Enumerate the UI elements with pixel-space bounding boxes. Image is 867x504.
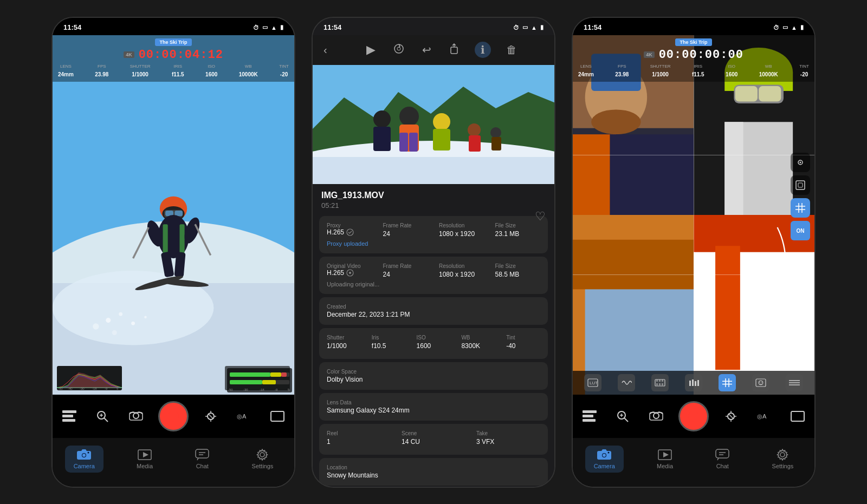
clip-list-button-r[interactable] <box>579 405 600 427</box>
svg-rect-114 <box>573 239 694 289</box>
svg-rect-151 <box>583 410 597 413</box>
nav-settings-right[interactable]: Settings <box>764 446 803 473</box>
svg-point-166 <box>608 451 610 453</box>
scene-value: 14 CU <box>402 438 420 446</box>
svg-rect-135 <box>662 383 663 385</box>
svg-point-100 <box>591 109 641 134</box>
svg-rect-134 <box>659 383 661 385</box>
svg-rect-43 <box>230 380 262 384</box>
ratio-button-r[interactable] <box>787 405 808 427</box>
cam-tint: -40 <box>506 342 515 350</box>
camera-nav-icon-left <box>76 449 92 461</box>
exposure-button[interactable] <box>200 405 222 427</box>
wifi-icon-c: ▲ <box>531 24 537 31</box>
nav-camera-right[interactable]: Camera <box>585 446 624 473</box>
svg-rect-131 <box>659 379 661 382</box>
nav-label-media-right: Media <box>657 463 673 469</box>
battery-icon-r: ▭ <box>782 24 788 31</box>
nav-chat-left[interactable]: Chat <box>186 446 218 473</box>
share-button[interactable] <box>447 41 462 60</box>
record-button-right[interactable] <box>678 401 709 431</box>
project-badge-left: The Ski Trip <box>155 38 191 46</box>
svg-rect-82 <box>409 133 418 152</box>
svg-rect-10 <box>163 224 168 255</box>
svg-point-85 <box>433 113 450 130</box>
lens-data: Samsung Galaxy S24 24mm <box>327 407 540 414</box>
svg-rect-88 <box>469 135 481 152</box>
file-name: IMG_1913.MOV <box>321 191 546 200</box>
ratio-button[interactable] <box>267 405 288 427</box>
cam-iris: f10.5 <box>372 342 386 350</box>
svg-rect-50 <box>62 410 76 413</box>
battery-icon: ▭ <box>262 24 268 31</box>
delete-button[interactable]: 🗑 <box>504 42 519 58</box>
svg-rect-133 <box>656 383 658 385</box>
face-btn[interactable] <box>752 374 769 391</box>
signal-icon: ▮ <box>280 24 283 31</box>
zoom-button-r[interactable] <box>612 405 633 427</box>
switch-camera-button[interactable] <box>125 405 147 427</box>
status-bar-left: 11:54 ⏱ ▭ ▲ ▮ <box>53 18 294 35</box>
grid-tool-btn-active[interactable] <box>719 374 736 391</box>
info-button[interactable]: ℹ <box>475 42 491 58</box>
heart-button[interactable]: ♡ <box>535 210 546 224</box>
bottom-nav-right: Camera Media Chat Settings <box>573 438 814 487</box>
lut-btn[interactable]: LUT <box>584 374 601 391</box>
svg-rect-51 <box>62 415 73 417</box>
svg-rect-39 <box>230 372 270 377</box>
sync-button[interactable] <box>391 41 407 60</box>
signal-icon-c: ▮ <box>540 24 544 31</box>
signal-icon-r: ▮ <box>800 24 804 31</box>
svg-rect-162 <box>791 411 804 421</box>
phone-camera-right: 11:54 ⏱ ▭ ▲ ▮ <box>572 17 816 488</box>
play-button[interactable]: ▶ <box>364 41 378 59</box>
clip-list-button[interactable] <box>59 405 80 427</box>
media-nav-icon-left <box>137 449 152 461</box>
bars-btn[interactable] <box>685 374 702 391</box>
svg-rect-84 <box>373 127 391 151</box>
lens-data-card: Lens Data Samsung Galaxy S24 24mm <box>319 393 548 421</box>
chat-nav-icon-left <box>195 449 210 461</box>
film-btn[interactable] <box>651 374 669 391</box>
nav-settings-left[interactable]: Settings <box>243 446 282 473</box>
svg-rect-11 <box>179 224 184 255</box>
exposure-button-r[interactable] <box>720 405 742 427</box>
focus-overlay-btn[interactable] <box>791 153 810 172</box>
lines-btn[interactable] <box>786 374 803 391</box>
back-button[interactable]: ‹ <box>321 42 329 58</box>
record-button-left[interactable] <box>158 401 189 431</box>
clock-icon-r: ⏱ <box>773 24 779 31</box>
nav-camera-left[interactable]: Camera <box>65 446 103 473</box>
nav-label-settings-left: Settings <box>252 463 274 469</box>
file-info-header: IMG_1913.MOV 05:21 ♡ <box>313 184 554 213</box>
svg-rect-41 <box>281 372 287 377</box>
wave-btn[interactable] <box>618 374 635 391</box>
camera-viewfinder-left: The Ski Trip 4K 00:00:04:12 LENS24mm FPS… <box>53 35 294 395</box>
settings-nav-icon-right <box>775 449 790 461</box>
grid-overlay-btn[interactable] <box>791 198 810 218</box>
switch-camera-button-r[interactable] <box>645 405 667 427</box>
svg-rect-68 <box>196 449 209 458</box>
svg-point-65 <box>88 451 89 453</box>
proxy-codec: H.265 <box>327 228 344 236</box>
nav-chat-right[interactable]: Chat <box>706 446 739 473</box>
orig-resolution: 1080 x 1920 <box>439 271 475 278</box>
on-badge[interactable]: ON <box>791 221 810 240</box>
proxy-frame-rate: 24 <box>383 230 390 238</box>
auto-button-r[interactable]: ◎A <box>754 405 775 427</box>
chat-nav-icon-right <box>715 449 730 461</box>
svg-point-146 <box>759 382 760 383</box>
zoom-button[interactable] <box>92 405 113 427</box>
svg-rect-102 <box>573 134 610 215</box>
revert-button[interactable]: ↩ <box>420 41 434 58</box>
right-overlay-buttons: ON <box>791 153 810 240</box>
timecode-left: 00:00:04:12 <box>139 48 223 62</box>
nav-media-left[interactable]: Media <box>128 446 161 473</box>
bottom-tool-strip-right: LUT <box>573 371 814 395</box>
svg-text:-40: -40 <box>68 387 73 390</box>
svg-rect-107 <box>735 86 758 101</box>
scan-overlay-btn[interactable] <box>791 175 810 195</box>
svg-point-79 <box>399 107 419 126</box>
nav-media-right[interactable]: Media <box>648 446 682 473</box>
auto-button[interactable]: ◎A <box>234 405 255 427</box>
